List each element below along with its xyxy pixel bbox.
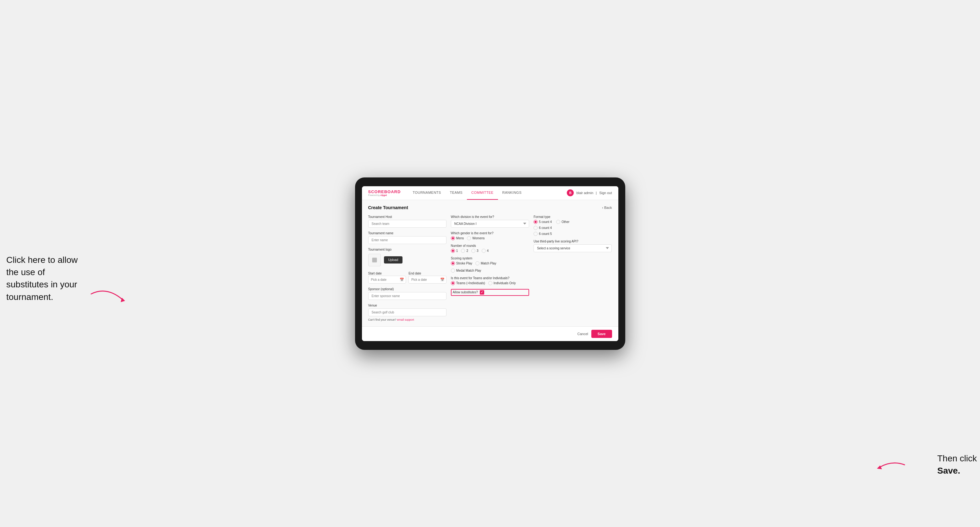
dates-group: Start date 📅 End date 📅 bbox=[368, 270, 447, 284]
format-type-label: Format type bbox=[533, 215, 612, 219]
cancel-button[interactable]: Cancel bbox=[578, 332, 588, 336]
event-type-group: Is this event for Teams and/or Individua… bbox=[451, 276, 529, 285]
radio-round-4[interactable] bbox=[482, 249, 486, 253]
radio-round-3[interactable] bbox=[471, 249, 476, 253]
scoring-api-label: Use third-party live scoring API? bbox=[533, 240, 612, 243]
round-4[interactable]: 4 bbox=[482, 249, 489, 253]
end-date-wrap: 📅 bbox=[409, 276, 447, 284]
tournament-host-group: Tournament Host bbox=[368, 215, 447, 228]
scoring-medal[interactable]: Medal Match Play bbox=[451, 268, 481, 273]
radio-mens[interactable] bbox=[451, 236, 455, 240]
form-footer: Cancel Save bbox=[362, 326, 618, 341]
divider: | bbox=[596, 191, 597, 195]
nav-right: B blair admin | Sign out bbox=[567, 189, 612, 196]
start-date-group: Start date 📅 bbox=[368, 270, 406, 284]
logo: SCOREBOARD Powered by clippd bbox=[368, 190, 401, 196]
radio-teams[interactable] bbox=[451, 281, 455, 285]
event-individuals[interactable]: Individuals Only bbox=[488, 281, 516, 285]
radio-round-1[interactable] bbox=[451, 249, 455, 253]
event-teams[interactable]: Teams (+Individuals) bbox=[451, 281, 485, 285]
annotation-bold: Save. bbox=[937, 466, 960, 476]
format-6count5[interactable]: 6 count 5 bbox=[533, 232, 612, 236]
form-col-1: Tournament Host Tournament name Tourname… bbox=[368, 215, 447, 321]
annotation-right: Then click Save. bbox=[937, 452, 977, 477]
gender-label: Which gender is the event for? bbox=[451, 232, 529, 235]
start-date-wrap: 📅 bbox=[368, 276, 406, 284]
end-date-group: End date 📅 bbox=[409, 270, 447, 284]
save-button[interactable]: Save bbox=[591, 330, 612, 338]
scoring-match[interactable]: Match Play bbox=[476, 261, 496, 265]
venue-label: Venue bbox=[368, 304, 447, 307]
back-link[interactable]: ‹ Back bbox=[602, 206, 612, 210]
tournament-logo-group: Tournament logo Upload bbox=[368, 248, 447, 266]
avatar: B bbox=[567, 189, 574, 196]
logo-placeholder bbox=[368, 254, 381, 266]
format-other[interactable]: Other bbox=[556, 220, 570, 224]
nav-tournaments[interactable]: TOURNAMENTS bbox=[408, 186, 445, 200]
nav-teams[interactable]: TEAMS bbox=[445, 186, 467, 200]
scoring-service-select[interactable]: Select a scoring service bbox=[533, 244, 612, 252]
gender-mens[interactable]: Mens bbox=[451, 236, 464, 240]
tournament-name-input[interactable] bbox=[368, 236, 447, 244]
radio-match[interactable] bbox=[476, 261, 479, 265]
page-header: Create Tournament ‹ Back bbox=[368, 205, 612, 210]
round-2[interactable]: 2 bbox=[461, 249, 468, 253]
scoring-group: Scoring system Stroke Play Match Play bbox=[451, 257, 529, 273]
sponsor-label: Sponsor (optional) bbox=[368, 287, 447, 291]
radio-stroke[interactable] bbox=[451, 261, 455, 265]
rounds-label: Number of rounds bbox=[451, 244, 529, 248]
form-col-3: Format type 5 count 4 Other bbox=[533, 215, 612, 321]
scoring-radio-group: Stroke Play Match Play Medal Match Play bbox=[451, 261, 529, 273]
logo-score: SCORE bbox=[368, 189, 384, 194]
logo-brand: clippd bbox=[380, 194, 387, 196]
nav-items: TOURNAMENTS TEAMS COMMITTEE RANKINGS bbox=[408, 186, 567, 200]
tournament-host-input[interactable] bbox=[368, 220, 447, 228]
logo-upload-area: Upload bbox=[368, 254, 447, 266]
venue-group: Venue Can't find your venue? email suppo… bbox=[368, 304, 447, 321]
radio-6count5[interactable] bbox=[533, 232, 538, 236]
allow-subs-group: Allow substitutes? bbox=[451, 289, 529, 296]
tournament-host-label: Tournament Host bbox=[368, 215, 447, 219]
sponsor-input[interactable] bbox=[368, 292, 447, 300]
form-col-2: Which division is the event for? NCAA Di… bbox=[451, 215, 529, 321]
format-5count4[interactable]: 5 count 4 bbox=[533, 220, 552, 224]
allow-subs-checkbox[interactable] bbox=[480, 290, 484, 295]
calendar-icon-start: 📅 bbox=[400, 278, 404, 282]
format-options: 5 count 4 Other 6 count 4 bbox=[533, 220, 612, 236]
event-type-radio-group: Teams (+Individuals) Individuals Only bbox=[451, 281, 529, 285]
logo-powered: Powered by clippd bbox=[368, 194, 401, 196]
radio-5count4[interactable] bbox=[533, 220, 538, 224]
nav-rankings[interactable]: RANKINGS bbox=[498, 186, 526, 200]
radio-6count4[interactable] bbox=[533, 226, 538, 230]
allow-subs-highlight[interactable]: Allow substitutes? bbox=[451, 289, 529, 296]
email-support-link[interactable]: email support bbox=[397, 318, 414, 321]
date-row: Start date 📅 End date 📅 bbox=[368, 270, 447, 284]
radio-individuals[interactable] bbox=[488, 281, 492, 285]
round-3[interactable]: 3 bbox=[471, 249, 479, 253]
logo-board: BOARD bbox=[384, 189, 401, 194]
upload-button[interactable]: Upload bbox=[384, 256, 403, 264]
rounds-group: Number of rounds 1 2 bbox=[451, 244, 529, 253]
radio-other[interactable] bbox=[556, 220, 560, 224]
signout-link[interactable]: Sign out bbox=[599, 191, 612, 195]
scoring-label: Scoring system bbox=[451, 257, 529, 260]
radio-womens[interactable] bbox=[467, 236, 471, 240]
division-select[interactable]: NCAA Division I bbox=[451, 220, 529, 228]
tournament-logo-label: Tournament logo bbox=[368, 248, 447, 251]
scoring-api-group: Use third-party live scoring API? Select… bbox=[533, 240, 612, 252]
logo-scoreboard: SCOREBOARD bbox=[368, 190, 401, 194]
radio-medal[interactable] bbox=[451, 268, 455, 273]
gender-womens[interactable]: Womens bbox=[467, 236, 485, 240]
scoring-stroke[interactable]: Stroke Play bbox=[451, 261, 472, 265]
nav-bar: SCOREBOARD Powered by clippd TOURNAMENTS… bbox=[362, 186, 618, 200]
round-1[interactable]: 1 bbox=[451, 249, 458, 253]
format-row-1: 5 count 4 Other bbox=[533, 220, 612, 224]
radio-round-2[interactable] bbox=[461, 249, 465, 253]
format-6count4[interactable]: 6 count 4 bbox=[533, 226, 612, 230]
division-label: Which division is the event for? bbox=[451, 215, 529, 219]
page-content: Create Tournament ‹ Back Tournament Host… bbox=[362, 200, 618, 326]
start-date-label: Start date bbox=[368, 271, 382, 275]
nav-committee[interactable]: COMMITTEE bbox=[467, 186, 498, 200]
gender-group: Which gender is the event for? Mens Wome… bbox=[451, 232, 529, 240]
venue-input[interactable] bbox=[368, 308, 447, 316]
